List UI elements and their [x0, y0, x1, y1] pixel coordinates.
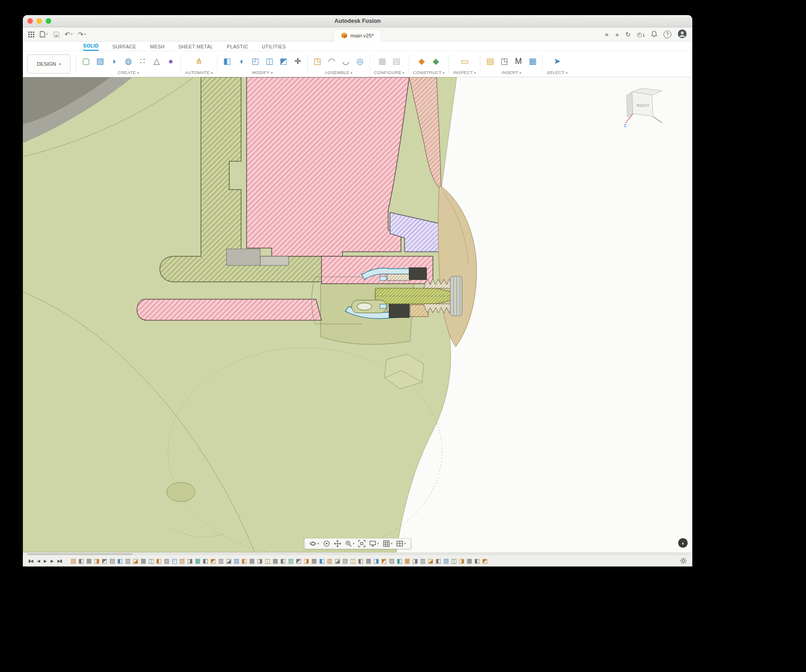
timeline-feature-3[interactable]: ▦: [86, 558, 93, 564]
viewport-layout-button[interactable]: ▾: [396, 540, 406, 547]
step-back-button[interactable]: ◀: [37, 559, 40, 563]
timeline-feature-38[interactable]: ◧: [358, 558, 364, 564]
timeline-feature-46[interactable]: ▥: [420, 558, 427, 564]
redo-button[interactable]: ↷ ▾: [78, 31, 86, 38]
construct-axis-icon[interactable]: ◆: [431, 55, 442, 67]
job-status-button[interactable]: ↻: [626, 31, 631, 38]
ribbon-tab-plastic[interactable]: PLASTIC: [227, 44, 248, 51]
timeline-feature-36[interactable]: ▤: [342, 558, 349, 564]
save-button[interactable]: [53, 32, 59, 37]
as-built-joint-icon[interactable]: ◡: [340, 55, 351, 67]
ribbon-tab-solid[interactable]: SOLID: [83, 43, 99, 51]
timeline-feature-17[interactable]: ▦: [195, 558, 201, 564]
joint-origin-icon[interactable]: ◎: [354, 55, 365, 67]
create-box-icon[interactable]: ▧: [95, 55, 105, 67]
construct-plane-icon[interactable]: ◆: [416, 55, 427, 67]
timeline-feature-2[interactable]: ◧: [78, 558, 85, 564]
create-pattern-icon[interactable]: ∷: [137, 55, 148, 67]
timeline-feature-19[interactable]: ◩: [210, 558, 217, 564]
file-menu-button[interactable]: ▾: [40, 31, 48, 37]
timeline-feature-48[interactable]: ◧: [435, 558, 442, 564]
timeline-feature-4[interactable]: ◨: [94, 558, 100, 564]
step-forward-button[interactable]: ▶: [51, 559, 53, 563]
account-avatar[interactable]: [678, 29, 687, 40]
orbit-button[interactable]: ▾: [309, 540, 319, 547]
tab-close-button[interactable]: ×: [605, 31, 609, 38]
timeline-feature-13[interactable]: ▨: [163, 558, 170, 564]
ribbon-group-label-insert[interactable]: INSERT ▾: [485, 69, 538, 75]
timeline-feature-23[interactable]: ◧: [241, 558, 248, 564]
go-to-end-button[interactable]: ▶▮: [58, 559, 62, 563]
ribbon-tab-surface[interactable]: SURFACE: [112, 44, 136, 51]
ribbon-group-label-modify[interactable]: MODIFY ▾: [221, 69, 303, 75]
timeline-feature-25[interactable]: ◨: [257, 558, 263, 564]
timeline-feature-26[interactable]: ◫: [264, 558, 271, 564]
help-button[interactable]: ?: [664, 31, 671, 38]
ribbon-group-label-configure[interactable]: CONFIGURE ▾: [374, 69, 404, 75]
notification-center-button[interactable]: ◴1: [637, 31, 645, 38]
pink-lower-band-section-cut[interactable]: [137, 299, 321, 320]
insert-mcmaster-icon[interactable]: M: [513, 55, 524, 67]
create-revolve-icon[interactable]: ◗: [109, 55, 120, 67]
timeline-feature-27[interactable]: ▩: [272, 558, 279, 564]
play-button[interactable]: ▶: [44, 559, 47, 563]
split-body-icon[interactable]: ◩: [278, 55, 289, 67]
timeline-feature-53[interactable]: ◧: [474, 558, 481, 564]
timeline-scrollbar-thumb[interactable]: [27, 553, 132, 555]
timeline-feature-21[interactable]: ◪: [226, 558, 232, 564]
timeline-feature-7[interactable]: ◧: [117, 558, 124, 564]
create-mirror-icon[interactable]: △: [151, 55, 162, 67]
timeline-feature-8[interactable]: ▥: [125, 558, 132, 564]
automate-icon[interactable]: ⋔: [194, 55, 205, 67]
timeline-feature-50[interactable]: ◫: [451, 558, 458, 564]
measure-icon[interactable]: ▭: [459, 55, 470, 67]
clamp-block-b[interactable]: [260, 256, 289, 265]
timeline-feature-41[interactable]: ◩: [381, 558, 388, 564]
grid-settings-button[interactable]: ▾: [383, 540, 393, 547]
ribbon-group-label-construct[interactable]: CONSTRUCT ▾: [413, 69, 445, 75]
alerts-button[interactable]: [651, 31, 657, 38]
ribbon-group-label-automate[interactable]: AUTOMATE ▾: [185, 69, 213, 75]
timeline-feature-51[interactable]: ◨: [458, 558, 465, 564]
timeline-feature-20[interactable]: ▥: [218, 558, 225, 564]
insert-svg-icon[interactable]: ▤: [485, 55, 495, 67]
timeline-feature-9[interactable]: ◪: [132, 558, 139, 564]
new-tab-button[interactable]: +: [615, 31, 619, 38]
ribbon-tab-mesh[interactable]: MESH: [150, 44, 165, 51]
timeline-feature-45[interactable]: ◨: [412, 558, 419, 564]
document-tab[interactable]: main v25*: [333, 29, 381, 42]
pink-housing-section-cut[interactable]: [247, 77, 409, 256]
timeline-feature-5[interactable]: ◩: [101, 558, 108, 564]
create-form-icon[interactable]: ●: [165, 55, 176, 67]
knurled-collar[interactable]: [450, 276, 462, 316]
timeline-feature-34[interactable]: ▥: [327, 558, 333, 564]
configuration-table-icon[interactable]: ▤: [391, 55, 402, 67]
timeline-feature-32[interactable]: ▦: [311, 558, 318, 564]
configure-icon[interactable]: ▦: [377, 55, 388, 67]
select-icon[interactable]: ➤: [552, 55, 563, 67]
clip-detail-b[interactable]: [380, 304, 386, 308]
timeline-feature-31[interactable]: ◨: [303, 558, 310, 564]
washer-top[interactable]: [387, 274, 410, 280]
combine-icon[interactable]: ◫: [264, 55, 275, 67]
insert-derive-icon[interactable]: ◳: [499, 55, 510, 67]
timeline-feature-39[interactable]: ▦: [365, 558, 372, 564]
view-cube-face-label[interactable]: RIGHT: [637, 103, 650, 108]
timeline-feature-44[interactable]: ▦: [404, 558, 411, 564]
timeline-feature-54[interactable]: ◩: [482, 558, 489, 564]
timeline-feature-40[interactable]: ◨: [373, 558, 380, 564]
seal-bottom[interactable]: [389, 303, 409, 317]
timeline-feature-33[interactable]: ◧: [319, 558, 326, 564]
look-at-button[interactable]: [323, 540, 330, 547]
model-viewport[interactable]: RIGHT Z: [23, 77, 692, 552]
timeline-feature-1[interactable]: ▤: [70, 558, 77, 564]
go-to-start-button[interactable]: ▮◀: [28, 559, 33, 563]
shell-icon[interactable]: ◰: [250, 55, 261, 67]
timeline-feature-52[interactable]: ▦: [466, 558, 473, 564]
display-settings-button[interactable]: ▾: [369, 540, 379, 547]
clamp-block-a[interactable]: [227, 249, 260, 265]
timeline-feature-42[interactable]: ▤: [389, 558, 395, 564]
undo-button[interactable]: ↶ ▾: [65, 31, 73, 38]
timeline-feature-43[interactable]: ◧: [396, 558, 403, 564]
timeline-feature-12[interactable]: ◧: [156, 558, 163, 564]
